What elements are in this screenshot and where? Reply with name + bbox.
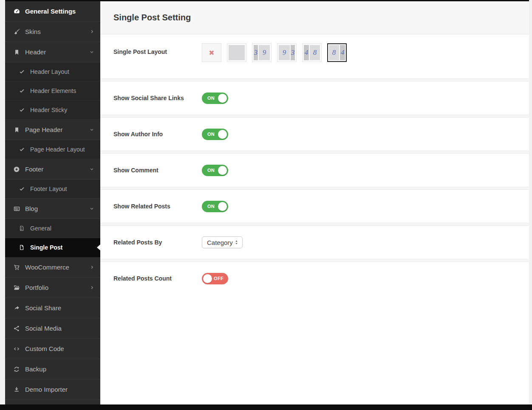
sidebar-item-footer-layout[interactable]: Footer Layout [5, 180, 100, 199]
sidebar-item-single-post[interactable]: Single Post [5, 238, 100, 257]
sidebar-item-social-share[interactable]: Social Share [5, 298, 100, 318]
sidebar-item-page-header-layout[interactable]: Page Header Layout [5, 140, 100, 159]
sidebar-item-header[interactable]: Header [5, 42, 100, 62]
settings-rows: Single Post Layout✖39934884Show Social S… [100, 34, 529, 295]
sidebar-item-demo-importer[interactable]: Demo Importer [5, 379, 100, 400]
folder-icon [13, 284, 20, 291]
page-header: Single Post Setting [100, 1, 529, 34]
bookmark-icon [13, 49, 20, 56]
sidebar-item-label: Header Sticky [30, 107, 67, 113]
sidebar-item-footer[interactable]: Footer [5, 159, 100, 180]
check-icon [18, 107, 25, 113]
sidebar-item-social-media[interactable]: Social Media [5, 318, 100, 339]
sidebar-item-label: Single Post [30, 244, 62, 251]
setting-control: ON [202, 201, 228, 212]
layout-col: 9 [279, 45, 290, 60]
setting-control: ✖39934884 [202, 43, 352, 62]
sidebar-item-skins[interactable]: Skins [5, 22, 100, 42]
chevron-down-icon [89, 167, 94, 171]
show-comment-toggle[interactable]: ON [202, 165, 228, 176]
sidebar-item-label: Backup [25, 365, 46, 373]
layout-option-8-4[interactable]: 84 [327, 43, 347, 62]
setting-row-show-related-posts: Show Related PostsON [100, 190, 529, 223]
sidebar-item-label: Demo Importer [25, 386, 68, 393]
sidebar-item-woocommerce[interactable]: WooCommerce [5, 257, 100, 278]
sidebar-item-label: Header [25, 48, 46, 56]
share-arrow-icon [13, 305, 20, 311]
sidebar-item-custom-code[interactable]: Custom Code [5, 339, 100, 359]
setting-label: Related Posts By [113, 239, 202, 246]
setting-row-related-posts-count: Related Posts CountOFF [100, 262, 529, 295]
sidebar-item-header-elements[interactable]: Header Elements [5, 81, 100, 101]
setting-control: Category [202, 236, 243, 248]
setting-row-show-comment: Show CommentON [100, 154, 529, 187]
related-posts-by-select[interactable]: Category [202, 236, 243, 248]
bookmark-icon [13, 126, 20, 133]
toggle-knob[interactable] [218, 202, 227, 211]
paint-brush-icon [13, 28, 20, 35]
sidebar-item-label: Skins [25, 28, 41, 35]
sidebar-item-label: Page Header Layout [30, 146, 85, 153]
setting-row-show-author-info: Show Author InfoON [100, 118, 529, 151]
bottom-bar [0, 404, 532, 410]
setting-row-single-post-layout: Single Post Layout✖39934884 [100, 34, 529, 79]
setting-label: Show Related Posts [113, 202, 202, 210]
chevron-down-icon [89, 50, 94, 54]
sidebar-item-label: Page Header [25, 126, 62, 133]
layout-option-9-3[interactable]: 93 [277, 43, 297, 62]
layout-option-4-8[interactable]: 48 [302, 43, 322, 62]
sidebar-item-page-header[interactable]: Page Header [5, 120, 100, 140]
download-icon [13, 386, 20, 393]
settings-sidebar: General SettingsSkinsHeaderHeader Layout… [5, 1, 100, 404]
sidebar-item-label: Blog [25, 205, 38, 212]
page-title: Single Post Setting [113, 13, 529, 22]
setting-control: ON [202, 165, 228, 176]
layout-option-none[interactable]: ✖ [202, 43, 221, 62]
settings-main: Single Post Setting Single Post Layout✖3… [100, 1, 529, 404]
file-lines-icon [18, 225, 25, 232]
sidebar-item-header-sticky[interactable]: Header Sticky [5, 101, 100, 120]
layout-col: 3 [291, 45, 295, 60]
newspaper-icon [13, 205, 20, 212]
sidebar-item-general-settings[interactable]: General Settings [5, 1, 100, 22]
setting-control: ON [202, 129, 228, 140]
toggle-knob[interactable] [218, 166, 227, 175]
row-separator [100, 259, 529, 262]
setting-label: Show Author Info [113, 130, 202, 138]
share-nodes-icon [13, 325, 20, 332]
layout-option-3-9[interactable]: 39 [252, 43, 272, 62]
sidebar-item-general[interactable]: General [5, 219, 100, 238]
toggle-state-label: ON [207, 95, 215, 101]
layout-col-full [229, 45, 245, 60]
sidebar-item-label: WooCommerce [25, 264, 69, 271]
file-icon [18, 244, 25, 251]
row-separator [100, 115, 529, 118]
sidebar-item-portfolio[interactable]: Portfolio [5, 278, 100, 298]
setting-label: Show Comment [113, 166, 202, 174]
sidebar-item-label: Portfolio [25, 284, 48, 291]
sidebar-item-label: Header Elements [30, 87, 76, 94]
layout-col: 9 [259, 45, 270, 60]
layout-col: 4 [340, 45, 345, 60]
select-arrows-icon [234, 239, 239, 245]
toggle-knob[interactable] [218, 94, 227, 103]
arrow-circle-down-icon [13, 166, 20, 173]
row-separator [100, 223, 529, 226]
row-separator [100, 79, 529, 81]
show-author-info-toggle[interactable]: ON [202, 129, 228, 140]
toggle-state-label: ON [207, 132, 215, 137]
show-social-share-links-toggle[interactable]: ON [202, 93, 228, 104]
show-related-posts-toggle[interactable]: ON [202, 201, 228, 212]
chevron-right-icon [90, 29, 94, 34]
sidebar-item-label: General [30, 225, 51, 232]
chevron-down-icon [89, 127, 94, 132]
layout-option-full[interactable] [227, 43, 246, 62]
toggle-knob[interactable] [203, 274, 212, 283]
related-posts-count-toggle[interactable]: OFF [202, 273, 228, 284]
chevron-down-icon [89, 206, 94, 211]
toggle-knob[interactable] [218, 130, 227, 139]
sidebar-item-backup[interactable]: Backup [5, 359, 100, 379]
remove-x-icon: ✖ [209, 49, 214, 57]
sidebar-item-blog[interactable]: Blog [5, 199, 100, 219]
sidebar-item-header-layout[interactable]: Header Layout [5, 62, 100, 81]
